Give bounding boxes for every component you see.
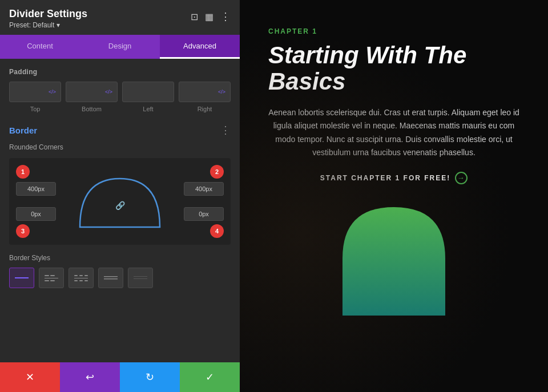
arch-svg: 🔗 — [74, 173, 166, 230]
svg-rect-12 — [79, 280, 83, 281]
cta-link[interactable]: START CHAPTER 1 FOR FREE! → — [320, 172, 468, 184]
svg-rect-15 — [104, 278, 118, 280]
border-styles-label: Border Styles — [9, 254, 231, 262]
cta-arrow-icon: → — [455, 172, 468, 184]
panel-header: Divider Settings Preset: Default ▾ ⊡ ▦ ⋮ — [0, 0, 240, 35]
border-style-solid[interactable] — [9, 268, 34, 288]
border-style-double[interactable] — [98, 268, 123, 288]
border-title: Border — [9, 126, 37, 135]
border-style-dashed2[interactable] — [68, 268, 94, 288]
badge-1: 1 — [16, 165, 30, 179]
cancel-button[interactable]: ✕ — [0, 362, 60, 392]
padding-right-field[interactable]: </> — [179, 82, 231, 102]
svg-rect-13 — [84, 280, 88, 281]
none-icon — [134, 273, 147, 282]
corners-container: 1 2 3 4 🔗 — [9, 158, 231, 245]
svg-rect-16 — [134, 276, 147, 277]
panel-title-area: Divider Settings Preset: Default ▾ — [9, 8, 87, 29]
dashed2-icon — [74, 273, 88, 282]
tab-advanced[interactable]: Advanced — [160, 35, 240, 59]
padding-left-input[interactable] — [127, 86, 169, 98]
bottom-bar: ✕ ↩ ↻ ✓ — [0, 362, 240, 392]
badge-3: 3 — [16, 224, 30, 238]
padding-right-input[interactable] — [184, 86, 218, 98]
svg-rect-17 — [134, 278, 147, 279]
svg-rect-1 — [15, 277, 29, 278]
reset-button[interactable]: ↩ — [60, 362, 120, 392]
padding-top-input[interactable] — [14, 86, 49, 98]
preview-area: CHAPTER 1 Starting With The Basics Aenea… — [240, 0, 548, 392]
redo-button[interactable]: ↻ — [120, 362, 180, 392]
svg-rect-14 — [104, 276, 118, 277]
arch-preview: 🔗 — [18, 167, 221, 236]
svg-rect-11 — [74, 280, 78, 281]
border-style-dashed1[interactable] — [39, 268, 64, 288]
chapter-label: CHAPTER 1 — [268, 27, 317, 35]
svg-text:🔗: 🔗 — [115, 201, 126, 211]
border-style-none[interactable] — [128, 268, 153, 288]
chapter-title: Starting With The Basics — [268, 42, 525, 95]
svg-rect-3 — [50, 275, 55, 276]
tabs-bar: Content Design Advanced — [0, 35, 240, 59]
rounded-corners-label: Rounded Corners — [9, 143, 231, 151]
svg-rect-10 — [74, 278, 88, 278]
label-left: Left — [122, 106, 174, 112]
badge-2: 2 — [210, 165, 224, 179]
padding-bottom-field[interactable]: </> — [66, 82, 118, 102]
tab-content[interactable]: Content — [0, 35, 80, 59]
badge-4: 4 — [210, 224, 224, 238]
svg-rect-7 — [74, 275, 78, 276]
solid-icon — [15, 273, 29, 282]
border-header: Border ⋮ — [9, 124, 231, 136]
svg-rect-6 — [50, 280, 55, 281]
more-icon[interactable]: ⋮ — [220, 10, 231, 23]
panel-header-icons: ⊡ ▦ ⋮ — [191, 10, 231, 23]
padding-labels: Top Bottom Left Right — [9, 106, 231, 112]
label-top: Top — [9, 106, 61, 112]
tab-design[interactable]: Design — [80, 35, 160, 59]
svg-rect-5 — [45, 280, 49, 281]
save-button[interactable]: ✓ — [180, 362, 240, 392]
border-style-options — [9, 268, 231, 288]
corner-br-input[interactable] — [184, 207, 224, 221]
panel-preset[interactable]: Preset: Default ▾ — [9, 21, 87, 29]
link-icon-top: </> — [49, 89, 56, 95]
chapter-description: Aenean lobortis scelerisque dui. Cras ut… — [263, 106, 525, 159]
corner-tr-input[interactable] — [184, 182, 224, 196]
link-icon-right: </> — [218, 89, 225, 95]
border-more-icon[interactable]: ⋮ — [220, 124, 231, 136]
dashed1-icon — [45, 273, 58, 282]
cta-text: START CHAPTER 1 FOR FREE! — [320, 174, 450, 182]
expand-icon[interactable]: ⊡ — [191, 11, 198, 22]
svg-rect-2 — [45, 275, 49, 276]
corner-bl-input[interactable] — [16, 207, 56, 221]
padding-top-field[interactable]: </> — [9, 82, 61, 102]
padding-grid: </> </> </> — [9, 82, 231, 102]
padding-left-field[interactable] — [122, 82, 174, 102]
arch-shape-preview — [337, 201, 451, 316]
arch-shape-svg — [337, 201, 451, 316]
label-bottom: Bottom — [66, 106, 118, 112]
panel-body: Padding </> </> </> Top Bottom Left Righ… — [0, 59, 240, 362]
panel-title: Divider Settings — [9, 8, 87, 20]
label-right: Right — [179, 106, 231, 112]
svg-rect-4 — [45, 278, 58, 278]
svg-rect-8 — [79, 275, 83, 276]
settings-panel: Divider Settings Preset: Default ▾ ⊡ ▦ ⋮… — [0, 0, 240, 392]
padding-bottom-input[interactable] — [71, 86, 105, 98]
padding-label: Padding — [9, 68, 231, 76]
columns-icon[interactable]: ▦ — [205, 11, 213, 22]
double-icon — [104, 273, 118, 282]
svg-rect-9 — [84, 275, 88, 276]
link-icon-bottom: </> — [105, 89, 112, 95]
corner-tl-input[interactable] — [16, 182, 56, 196]
